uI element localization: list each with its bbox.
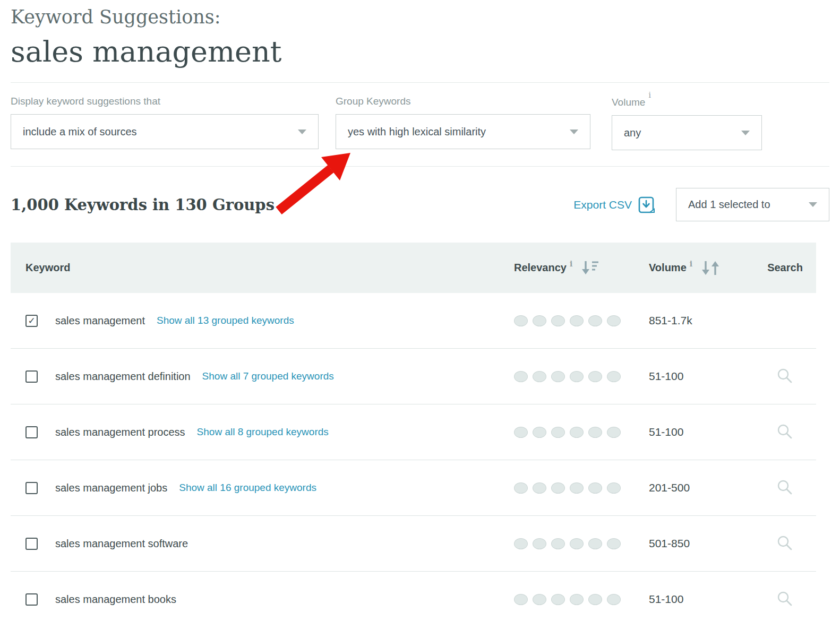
source-filter-value: include a mix of sources [23, 126, 137, 138]
sort-toggle-icon[interactable] [700, 260, 722, 277]
filter-source-label: Display keyword suggestions that [11, 96, 319, 107]
show-grouped-link[interactable]: Show all 13 grouped keywords [157, 315, 294, 326]
relevancy-dot [570, 482, 584, 494]
chevron-down-icon [298, 130, 306, 134]
search-keyword-button[interactable] [777, 424, 794, 441]
relevancy-dot [570, 315, 584, 326]
relevancy-meter [514, 482, 621, 494]
relevancy-column-header: Relevancy [514, 262, 567, 274]
relevancy-dot [551, 482, 565, 494]
relevancy-dot [607, 594, 621, 605]
search-keyword-button[interactable] [777, 591, 794, 608]
magnifier-icon [777, 479, 794, 496]
relevancy-dot [551, 371, 565, 382]
info-icon[interactable]: i [690, 260, 692, 268]
relevancy-dot [514, 371, 528, 382]
relevancy-dot [607, 538, 621, 549]
chevron-down-icon [741, 131, 750, 135]
relevancy-dot [607, 427, 621, 438]
keyword-table: Keyword Relevancyi Volumei [11, 243, 816, 621]
keyword-label: sales management books [55, 593, 176, 606]
volume-value: 51-100 [649, 593, 683, 606]
show-grouped-link[interactable]: Show all 8 grouped keywords [197, 426, 329, 438]
export-csv-link[interactable]: Export CSV [573, 196, 655, 214]
sort-descending-icon[interactable] [580, 260, 599, 276]
keyword-label: sales management jobs [55, 482, 167, 494]
relevancy-dot [533, 594, 546, 605]
relevancy-meter [514, 538, 621, 549]
keyword-label: sales management [55, 315, 145, 327]
volume-value: 51-100 [649, 426, 683, 438]
relevancy-dot [533, 371, 546, 382]
volume-value: 201-500 [649, 481, 690, 494]
keyword-label: sales management process [55, 426, 185, 438]
show-grouped-link[interactable]: Show all 16 grouped keywords [179, 482, 316, 494]
relevancy-dot [570, 427, 584, 438]
volume-column-header: Volume [649, 262, 687, 274]
add-selected-value: Add 1 selected to [688, 199, 770, 211]
relevancy-dot [551, 538, 565, 549]
relevancy-dot [533, 315, 546, 326]
row-checkbox[interactable] [25, 482, 38, 494]
relevancy-dot [570, 594, 584, 605]
relevancy-meter [514, 371, 621, 382]
table-row: sales management definition Show all 7 g… [11, 349, 816, 404]
relevancy-meter [514, 315, 621, 326]
relevancy-dot [607, 315, 621, 326]
relevancy-dot [588, 594, 602, 605]
table-row: sales management books 51-100 [11, 572, 816, 621]
table-row: sales management jobs Show all 16 groupe… [11, 460, 816, 516]
table-row: sales management process Show all 8 grou… [11, 404, 816, 460]
relevancy-dot [514, 538, 528, 549]
row-checkbox[interactable] [25, 370, 38, 383]
row-checkbox[interactable]: ✓ [25, 315, 38, 327]
volume-filter-select[interactable]: any [612, 115, 762, 150]
relevancy-dot [514, 427, 528, 438]
add-selected-select[interactable]: Add 1 selected to [676, 188, 829, 221]
info-icon[interactable]: i [648, 91, 650, 99]
relevancy-dot [514, 482, 528, 494]
source-filter-select[interactable]: include a mix of sources [11, 114, 319, 149]
filter-source: Display keyword suggestions that include… [11, 96, 319, 150]
filter-group-label: Group Keywords [336, 96, 590, 107]
search-keyword-button[interactable] [777, 479, 794, 496]
relevancy-meter [514, 594, 621, 605]
table-row: ✓ sales management Show all 13 grouped k… [11, 293, 816, 349]
relevancy-dot [588, 482, 602, 494]
search-keyword-button[interactable] [777, 368, 794, 385]
relevancy-dot [607, 482, 621, 494]
page-title: sales management [11, 35, 829, 68]
download-icon [638, 196, 655, 214]
row-checkbox[interactable] [25, 426, 38, 438]
row-checkbox[interactable] [25, 593, 38, 606]
search-column-header: Search [767, 262, 803, 274]
keyword-column-header: Keyword [25, 262, 70, 274]
relevancy-dot [551, 315, 565, 326]
relevancy-dot [588, 427, 602, 438]
filter-volume: Volumei any [612, 96, 762, 150]
export-csv-label: Export CSV [573, 199, 632, 211]
row-checkbox[interactable] [25, 538, 38, 550]
filter-volume-label-text: Volume [612, 97, 645, 108]
keyword-suggestions-page: Keyword Suggestions: sales management Di… [0, 0, 840, 621]
page-subtitle: Keyword Suggestions: [0, 0, 840, 28]
volume-value: 51-100 [649, 370, 683, 383]
magnifier-icon [777, 368, 794, 385]
relevancy-dot [514, 594, 528, 605]
info-icon[interactable]: i [570, 260, 572, 268]
group-keywords-value: yes with high lexical similarity [348, 126, 486, 138]
show-grouped-link[interactable]: Show all 7 grouped keywords [202, 370, 334, 382]
relevancy-dot [588, 315, 602, 326]
volume-filter-value: any [624, 127, 641, 139]
keyword-table-body: ✓ sales management Show all 13 grouped k… [11, 293, 816, 621]
relevancy-dot [533, 427, 546, 438]
group-keywords-select[interactable]: yes with high lexical similarity [336, 114, 590, 149]
filter-volume-label: Volumei [612, 96, 762, 108]
relevancy-dot [588, 538, 602, 549]
relevancy-dot [570, 538, 584, 549]
magnifier-icon [777, 535, 794, 552]
volume-value: 851-1.7k [649, 314, 692, 327]
results-bar: 1,000 Keywords in 130 Groups Export CSV … [0, 167, 840, 243]
relevancy-dot [607, 371, 621, 382]
search-keyword-button[interactable] [777, 535, 794, 552]
